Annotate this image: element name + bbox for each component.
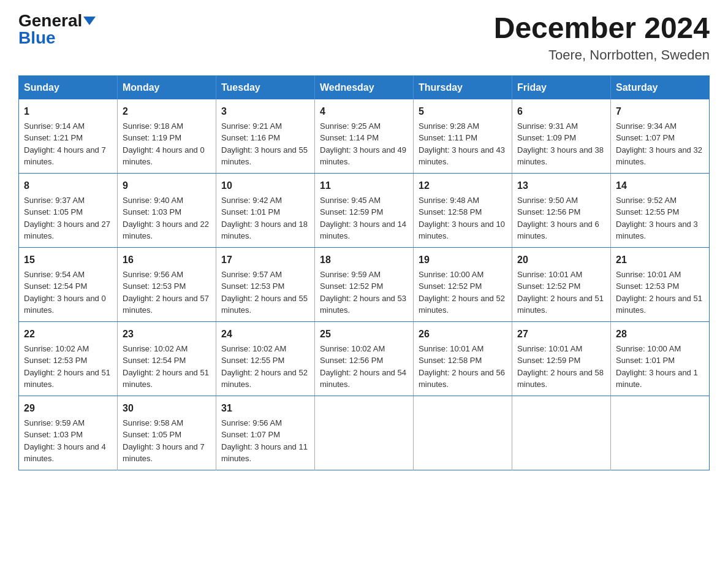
- calendar-cell: 17 Sunrise: 9:57 AMSunset: 12:53 PMDayli…: [216, 247, 315, 321]
- day-number: 25: [320, 327, 408, 342]
- day-number: 30: [123, 401, 211, 416]
- calendar-cell: [611, 396, 710, 470]
- day-number: 2: [123, 104, 211, 119]
- day-info: Sunrise: 10:02 AMSunset: 12:54 PMDayligh…: [123, 344, 209, 389]
- day-number: 12: [419, 178, 507, 193]
- day-number: 8: [24, 178, 112, 193]
- calendar-cell: 4 Sunrise: 9:25 AMSunset: 1:14 PMDayligh…: [315, 99, 414, 174]
- calendar-week-row: 8 Sunrise: 9:37 AMSunset: 1:05 PMDayligh…: [19, 173, 710, 247]
- day-info: Sunrise: 10:01 AMSunset: 12:53 PMDayligh…: [616, 270, 702, 315]
- day-info: Sunrise: 9:34 AMSunset: 1:07 PMDaylight:…: [616, 121, 702, 167]
- calendar-cell: 20 Sunrise: 10:01 AMSunset: 12:52 PMDayl…: [512, 247, 611, 321]
- calendar-cell: 6 Sunrise: 9:31 AMSunset: 1:09 PMDayligh…: [512, 99, 611, 174]
- day-number: 9: [123, 178, 211, 193]
- day-info: Sunrise: 9:56 AMSunset: 12:53 PMDaylight…: [123, 270, 209, 315]
- calendar-week-row: 15 Sunrise: 9:54 AMSunset: 12:54 PMDayli…: [19, 247, 710, 321]
- day-number: 14: [616, 178, 704, 193]
- day-info: Sunrise: 9:54 AMSunset: 12:54 PMDaylight…: [24, 270, 106, 315]
- day-number: 5: [419, 104, 507, 119]
- calendar-cell: 9 Sunrise: 9:40 AMSunset: 1:03 PMDayligh…: [118, 173, 216, 247]
- day-info: Sunrise: 9:48 AMSunset: 12:58 PMDaylight…: [419, 196, 505, 241]
- day-info: Sunrise: 9:31 AMSunset: 1:09 PMDaylight:…: [517, 121, 604, 167]
- day-info: Sunrise: 9:25 AMSunset: 1:14 PMDaylight:…: [320, 121, 406, 167]
- calendar-cell: 11 Sunrise: 9:45 AMSunset: 12:59 PMDayli…: [315, 173, 414, 247]
- calendar-week-row: 29 Sunrise: 9:59 AMSunset: 1:03 PMDaylig…: [19, 396, 710, 470]
- day-number: 22: [24, 327, 112, 342]
- calendar-table: SundayMondayTuesdayWednesdayThursdayFrid…: [18, 75, 710, 470]
- calendar-cell: 15 Sunrise: 9:54 AMSunset: 12:54 PMDayli…: [19, 247, 118, 321]
- day-info: Sunrise: 10:01 AMSunset: 12:59 PMDayligh…: [517, 344, 604, 389]
- day-number: 20: [517, 253, 605, 267]
- day-info: Sunrise: 9:57 AMSunset: 12:53 PMDaylight…: [221, 270, 308, 315]
- calendar-cell: 13 Sunrise: 9:50 AMSunset: 12:56 PMDayli…: [512, 173, 611, 247]
- logo-general-text: General: [18, 12, 82, 29]
- calendar-day-header: Saturday: [611, 75, 710, 99]
- day-number: 15: [24, 253, 112, 267]
- day-info: Sunrise: 9:59 AMSunset: 12:52 PMDaylight…: [320, 270, 406, 315]
- day-number: 19: [419, 253, 507, 267]
- day-info: Sunrise: 9:52 AMSunset: 12:55 PMDaylight…: [616, 196, 698, 241]
- day-info: Sunrise: 9:45 AMSunset: 12:59 PMDaylight…: [320, 196, 406, 241]
- day-info: Sunrise: 9:58 AMSunset: 1:05 PMDaylight:…: [123, 418, 205, 464]
- day-info: Sunrise: 9:56 AMSunset: 1:07 PMDaylight:…: [221, 418, 308, 464]
- calendar-week-row: 1 Sunrise: 9:14 AMSunset: 1:21 PMDayligh…: [19, 99, 710, 174]
- day-info: Sunrise: 10:01 AMSunset: 12:58 PMDayligh…: [419, 344, 505, 389]
- logo-blue-text: Blue: [18, 29, 56, 47]
- day-number: 21: [616, 253, 704, 267]
- day-number: 4: [320, 104, 408, 119]
- calendar-cell: [315, 396, 414, 470]
- calendar-cell: 3 Sunrise: 9:21 AMSunset: 1:16 PMDayligh…: [216, 99, 315, 174]
- day-number: 11: [320, 178, 408, 193]
- calendar-day-header: Friday: [512, 75, 611, 99]
- calendar-cell: 23 Sunrise: 10:02 AMSunset: 12:54 PMDayl…: [118, 321, 216, 396]
- logo-arrow-icon: [83, 17, 96, 25]
- day-info: Sunrise: 10:02 AMSunset: 12:56 PMDayligh…: [320, 344, 406, 389]
- day-info: Sunrise: 10:00 AMSunset: 12:52 PMDayligh…: [419, 270, 505, 315]
- day-number: 1: [24, 104, 112, 119]
- day-info: Sunrise: 10:01 AMSunset: 12:52 PMDayligh…: [517, 270, 604, 315]
- day-number: 31: [221, 401, 309, 416]
- day-info: Sunrise: 9:14 AMSunset: 1:21 PMDaylight:…: [24, 121, 106, 167]
- calendar-cell: 7 Sunrise: 9:34 AMSunset: 1:07 PMDayligh…: [611, 99, 710, 174]
- month-title: December 2024: [494, 12, 710, 45]
- location-title: Toere, Norrbotten, Sweden: [494, 47, 710, 63]
- day-info: Sunrise: 10:02 AMSunset: 12:53 PMDayligh…: [24, 344, 110, 389]
- calendar-cell: 24 Sunrise: 10:02 AMSunset: 12:55 PMDayl…: [216, 321, 315, 396]
- calendar-cell: 28 Sunrise: 10:00 AMSunset: 1:01 PMDayli…: [611, 321, 710, 396]
- calendar-cell: 8 Sunrise: 9:37 AMSunset: 1:05 PMDayligh…: [19, 173, 118, 247]
- calendar-cell: 21 Sunrise: 10:01 AMSunset: 12:53 PMDayl…: [611, 247, 710, 321]
- calendar-header-row: SundayMondayTuesdayWednesdayThursdayFrid…: [19, 75, 710, 99]
- calendar-cell: 18 Sunrise: 9:59 AMSunset: 12:52 PMDayli…: [315, 247, 414, 321]
- calendar-day-header: Sunday: [19, 75, 118, 99]
- day-info: Sunrise: 9:50 AMSunset: 12:56 PMDaylight…: [517, 196, 599, 241]
- calendar-cell: 29 Sunrise: 9:59 AMSunset: 1:03 PMDaylig…: [19, 396, 118, 470]
- title-block: December 2024 Toere, Norrbotten, Sweden: [494, 12, 710, 63]
- calendar-cell: 31 Sunrise: 9:56 AMSunset: 1:07 PMDaylig…: [216, 396, 315, 470]
- calendar-cell: 1 Sunrise: 9:14 AMSunset: 1:21 PMDayligh…: [19, 99, 118, 174]
- day-number: 10: [221, 178, 309, 193]
- calendar-cell: 30 Sunrise: 9:58 AMSunset: 1:05 PMDaylig…: [118, 396, 216, 470]
- day-number: 27: [517, 327, 605, 342]
- calendar-cell: 25 Sunrise: 10:02 AMSunset: 12:56 PMDayl…: [315, 321, 414, 396]
- day-number: 3: [221, 104, 309, 119]
- calendar-day-header: Monday: [118, 75, 216, 99]
- calendar-cell: 27 Sunrise: 10:01 AMSunset: 12:59 PMDayl…: [512, 321, 611, 396]
- page-header: General Blue December 2024 Toere, Norrbo…: [18, 12, 710, 63]
- day-number: 6: [517, 104, 605, 119]
- calendar-cell: 10 Sunrise: 9:42 AMSunset: 1:01 PMDaylig…: [216, 173, 315, 247]
- day-number: 23: [123, 327, 211, 342]
- day-info: Sunrise: 9:42 AMSunset: 1:01 PMDaylight:…: [221, 196, 308, 241]
- day-number: 24: [221, 327, 309, 342]
- day-number: 16: [123, 253, 211, 267]
- day-number: 17: [221, 253, 309, 267]
- calendar-cell: 12 Sunrise: 9:48 AMSunset: 12:58 PMDayli…: [414, 173, 512, 247]
- day-info: Sunrise: 9:59 AMSunset: 1:03 PMDaylight:…: [24, 418, 106, 464]
- day-info: Sunrise: 9:18 AMSunset: 1:19 PMDaylight:…: [123, 121, 205, 167]
- calendar-cell: [512, 396, 611, 470]
- calendar-cell: 14 Sunrise: 9:52 AMSunset: 12:55 PMDayli…: [611, 173, 710, 247]
- day-info: Sunrise: 10:02 AMSunset: 12:55 PMDayligh…: [221, 344, 308, 389]
- calendar-cell: 22 Sunrise: 10:02 AMSunset: 12:53 PMDayl…: [19, 321, 118, 396]
- day-info: Sunrise: 9:21 AMSunset: 1:16 PMDaylight:…: [221, 121, 308, 167]
- day-info: Sunrise: 9:40 AMSunset: 1:03 PMDaylight:…: [123, 196, 209, 241]
- calendar-body: 1 Sunrise: 9:14 AMSunset: 1:21 PMDayligh…: [19, 99, 710, 470]
